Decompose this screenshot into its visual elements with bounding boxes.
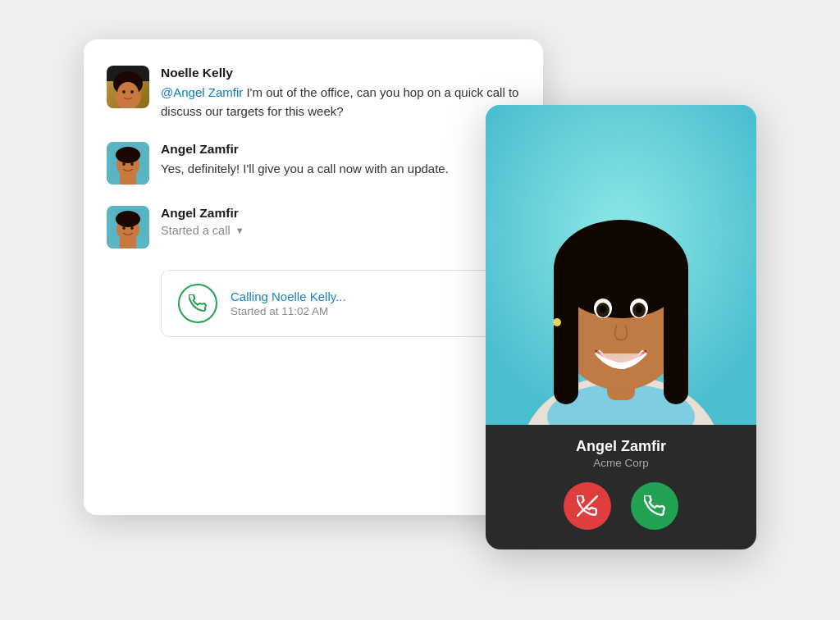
phone-circle [178,284,217,323]
caller-name: Angel Zamfir [505,438,737,455]
video-card: Angel Zamfir Acme Corp [486,105,756,549]
chat-card: Noelle Kelly @Angel Zamfir I'm out of th… [84,39,543,515]
avatar-angel-2 [107,206,149,248]
video-image [486,105,756,425]
svg-point-32 [636,306,642,313]
msg1-text: @Angel Zamfir I'm out of the office, can… [161,84,520,121]
call-buttons [505,482,737,530]
angel-face-svg-2 [107,206,149,248]
phone-icon [189,294,207,312]
call-title: Calling Noelle Kelly... [231,289,346,303]
chevron-down-icon: ▼ [235,226,244,235]
msg1-sender: Noelle Kelly [161,66,520,80]
svg-point-16 [130,226,134,230]
started-call-row: Started a call ▼ [161,224,520,237]
chat-message-2: Angel Zamfir Yes, definitely! I'll give … [107,142,520,185]
msg2-content: Angel Zamfir Yes, definitely! I'll give … [161,142,520,179]
svg-point-14 [116,211,140,227]
chat-message-1: Noelle Kelly @Angel Zamfir I'm out of th… [107,66,520,121]
decline-icon [577,495,598,517]
msg1-mention: @Angel Zamfir [161,85,243,99]
person-video [486,105,756,425]
caller-bar: Angel Zamfir Acme Corp [486,425,756,549]
msg2-sender: Angel Zamfir [161,142,520,157]
angel-face-svg-1 [107,142,149,185]
noelle-face-svg [107,66,149,108]
chat-message-3: Angel Zamfir Started a call ▼ [107,206,520,248]
svg-rect-25 [664,257,688,404]
caller-company: Acme Corp [505,457,737,469]
avatar-noelle [107,66,149,108]
scene: Noelle Kelly @Angel Zamfir I'm out of th… [84,39,756,581]
accept-button[interactable] [631,482,678,530]
call-text: Calling Noelle Kelly... Started at 11:02… [231,289,346,317]
accept-icon [644,495,665,517]
svg-point-15 [122,226,126,230]
svg-rect-24 [554,257,578,404]
started-call-label: Started a call [161,224,231,237]
call-info-box[interactable]: Calling Noelle Kelly... Started at 11:02… [161,270,520,337]
svg-point-4 [130,90,134,93]
svg-point-29 [600,306,606,313]
svg-point-2 [117,82,139,105]
msg1-content: Noelle Kelly @Angel Zamfir I'm out of th… [161,66,520,121]
msg3-sender: Angel Zamfir [161,206,520,221]
decline-button[interactable] [564,482,611,530]
svg-point-26 [553,318,561,326]
svg-point-9 [122,162,126,166]
msg3-content: Angel Zamfir Started a call ▼ [161,206,520,237]
avatar-angel-1 [107,142,149,185]
msg2-text: Yes, definitely! I'll give you a call no… [161,160,520,179]
call-time: Started at 11:02 AM [231,305,346,317]
svg-point-10 [130,162,134,166]
svg-point-8 [116,147,140,163]
svg-point-3 [122,90,126,93]
